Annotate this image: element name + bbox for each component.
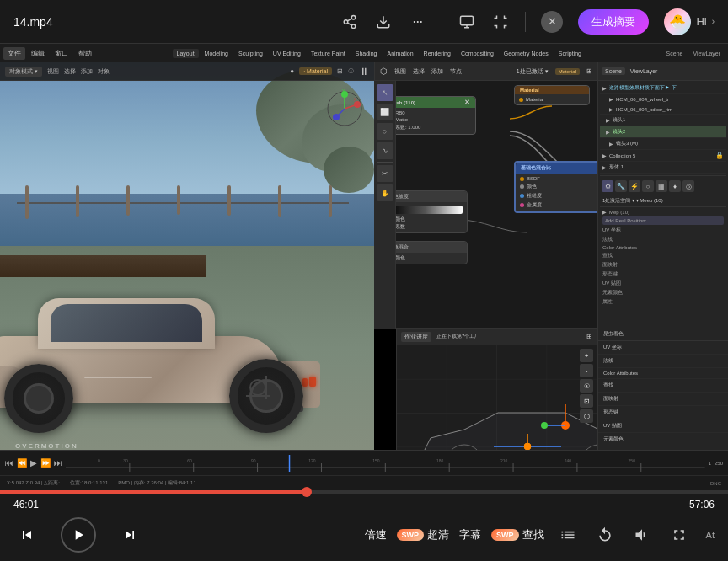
node-principled-bsdf[interactable]: 基础色混合比 BAKE BSDF 颜色 粗糙度 金属度 [514,161,597,213]
node-material-output[interactable]: Material Material [514,85,590,105]
prop-viewlayer-tab[interactable]: ViewLayer [627,67,661,75]
outliner-item-7[interactable]: ▶ Collection 5 🔒 [600,150,726,162]
ne-view[interactable]: 视图 [394,67,406,76]
prop-icon-4[interactable]: ○ [642,180,654,192]
view-btn[interactable]: ☉ [580,379,593,393]
outliner-item-1[interactable]: ▶ 道路模型效果材质下面下▶ 下 [600,83,726,94]
tab-sculpting[interactable]: Sculpting [234,49,267,58]
prop-icon-1[interactable]: ⚙ [602,180,613,192]
outliner-item-8[interactable]: ▶ 形体 1 [600,162,726,174]
tab-geonode[interactable]: Geometry Nodes [500,49,553,58]
outliner-item-3[interactable]: ▶ HCM_06_004_xdoor_rim [600,104,726,115]
tab-compositing[interactable]: Compositing [457,49,498,58]
object-menu[interactable]: 对象 [98,67,110,76]
volume-button[interactable] [629,521,656,548]
local-btn[interactable]: ⬡ [580,409,593,423]
more-icon[interactable]: ··· [408,13,426,31]
view-mode[interactable]: 对象模式 ▾ [5,67,42,77]
outliner-item-6[interactable]: ▶ 镜头3 (M) [600,138,726,150]
overlay-btn[interactable]: ⊞ [337,67,343,75]
ne-material-indicator[interactable]: Material [555,68,580,75]
view-menu[interactable]: 视图 [47,67,59,76]
pause-btn[interactable]: ⏸ [359,66,369,77]
material-preview[interactable]: · Material [299,67,332,75]
node-small[interactable]: 颜色坡度 颜色 系数 [383,190,468,233]
ne-select[interactable]: 选择 [413,67,425,76]
render-indicator: ● [290,67,294,75]
gizmo-btn[interactable]: ☉ [348,67,354,75]
hd-control[interactable]: SWP 超清 [397,527,450,542]
node-mat-body: Material [515,94,589,104]
ne-slot[interactable]: ⊞ [586,67,592,75]
generate-summary-button[interactable]: 生成摘要 [578,9,649,35]
close-button[interactable]: ✕ [541,11,563,33]
tab-layout[interactable]: Layout [173,49,199,58]
bv-overlay[interactable]: ⊞ [586,333,592,340]
prop-icon-3[interactable]: ⚡ [629,180,640,192]
add-real-pos-btn[interactable]: Add Real Position: [602,216,724,225]
tab-animation[interactable]: Animation [383,49,417,58]
ne-add[interactable]: 添加 [431,67,443,76]
prop-icon-7[interactable]: ◎ [682,180,694,192]
tool-cut[interactable]: ✂ [377,165,393,182]
play-button[interactable] [61,517,96,553]
share-icon[interactable] [340,13,359,31]
ne-node[interactable]: 节点 [450,67,462,76]
outliner: ▶ 道路模型效果材质下面下▶ 下 ▶ HCM_06_004_wheel_tr ▶… [598,81,728,311]
crop-icon[interactable] [491,13,510,31]
progress-bar[interactable] [0,490,728,494]
tab-shading[interactable]: Shading [351,49,382,58]
zoom-out-btn[interactable]: - [580,364,593,377]
tool-lasso[interactable]: ∿ [377,142,393,159]
chevron-icon[interactable]: › [712,17,715,26]
user-avatar[interactable]: 🐣 [664,8,691,35]
tab-texture[interactable]: Texture Paint [307,49,350,58]
outliner-item-2[interactable]: ▶ HCM_06_004_wheel_tr [600,94,726,104]
playlist-button[interactable] [554,521,581,548]
tool-grab[interactable]: ✋ [377,184,393,201]
prop-scene-tab[interactable]: Scene [602,67,625,75]
outliner-item-5[interactable]: ▶ 镜头2 [600,126,726,138]
menu-file[interactable]: 文件 [3,47,25,60]
select-menu[interactable]: 选择 [64,67,76,76]
timeline-end[interactable]: ⏭ [54,458,62,467]
timeline-next[interactable]: ⏩ [40,458,51,467]
subtitle-control[interactable]: 字幕 [459,527,481,542]
node-mix[interactable]: Mesh (110) ✕ RB0 Matte 系数: 1.000 [383,96,476,135]
menu-help[interactable]: 帮助 [74,47,96,60]
transform-header[interactable]: ▶Mep (10) [602,209,724,215]
tool-box-select[interactable]: ⬜ [377,104,393,120]
item-7-name: Collection 5 [609,153,635,158]
menu-edit[interactable]: 编辑 [27,47,49,60]
add-menu[interactable]: 添加 [81,67,93,76]
menu-window[interactable]: 窗口 [51,47,72,60]
search-control[interactable]: SWP 查找 [491,527,544,542]
tab-modeling[interactable]: Modeling [201,49,233,58]
tool-circle[interactable]: ○ [377,123,393,140]
node-xyz[interactable]: 颜色混合 颜色 [383,241,468,264]
tool-select[interactable]: ↖ [377,84,393,101]
loop-button[interactable] [592,521,618,548]
prop-icon-5[interactable]: ▦ [656,180,667,192]
viewport-gizmo[interactable]: X Y Z [324,88,366,130]
screenshot-icon[interactable] [458,13,476,31]
tab-scripting[interactable]: Scripting [554,49,586,58]
zoom-in-btn[interactable]: + [580,349,593,362]
download-icon[interactable] [374,13,393,31]
bv-mode[interactable]: 作业进度 [401,332,431,342]
prop-icon-6[interactable]: ♦ [669,180,681,192]
outliner-item-4[interactable]: ▶ 镜头1 [600,115,726,126]
prop-icon-2[interactable]: 🔧 [615,180,627,192]
timeline-start[interactable]: ⏮ [5,458,13,467]
progress-handle[interactable] [302,487,312,497]
fullscreen-button[interactable] [666,521,693,548]
tab-rendering[interactable]: Rendering [420,49,455,58]
node-mix-close[interactable]: ✕ [464,99,470,106]
next-chapter-button[interactable] [116,521,143,548]
speed-control[interactable]: 倍速 [365,527,387,542]
timeline-prev[interactable]: ⏪ [17,458,27,467]
tab-uv[interactable]: UV Editing [269,49,305,58]
prev-chapter-button[interactable] [13,521,40,548]
persp-btn[interactable]: ⊡ [580,394,593,408]
timeline-play[interactable]: ▶ [30,458,37,467]
